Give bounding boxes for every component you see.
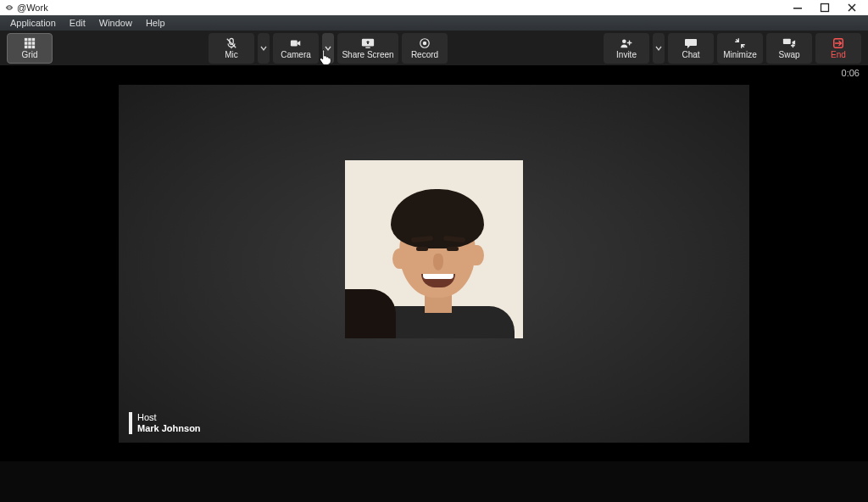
svg-rect-1 [793, 8, 802, 9]
meeting-timer: 0:06 [842, 68, 860, 78]
window-maximize-button[interactable] [819, 2, 831, 14]
video-stage[interactable]: Host Mark Johnson [119, 85, 749, 443]
svg-rect-3 [25, 37, 28, 41]
svg-point-18 [622, 39, 626, 43]
bottom-bar [0, 461, 868, 502]
chat-button[interactable]: Chat [668, 33, 714, 64]
mic-options-caret[interactable] [258, 33, 270, 64]
end-button[interactable]: End [815, 33, 861, 64]
window-controls [792, 2, 863, 14]
svg-rect-6 [25, 42, 28, 45]
invite-button[interactable]: Invite [604, 33, 649, 64]
record-icon [418, 37, 431, 49]
record-button[interactable]: Record [402, 33, 448, 64]
record-label: Record [411, 50, 438, 59]
svg-rect-15 [365, 47, 370, 47]
grid-label: Grid [22, 50, 38, 59]
end-label: End [831, 50, 846, 59]
svg-point-0 [8, 7, 10, 8]
svg-rect-13 [291, 40, 298, 46]
menubar: Application Edit Window Help [0, 15, 868, 31]
toolbar-center-group: Mic Camera Share Screen Record [209, 33, 448, 64]
mic-muted-icon [225, 37, 238, 49]
menu-help[interactable]: Help [139, 18, 172, 28]
camera-icon [289, 37, 303, 49]
svg-rect-2 [821, 4, 829, 12]
menu-application[interactable]: Application [3, 18, 63, 28]
name-tag-bar [129, 412, 132, 434]
share-screen-icon [361, 37, 375, 49]
chat-label: Chat [682, 50, 699, 59]
participant-name: Mark Johnson [137, 423, 201, 434]
svg-rect-7 [28, 42, 31, 45]
camera-label: Camera [281, 50, 311, 59]
end-icon [832, 37, 845, 49]
swap-icon [782, 37, 796, 49]
mic-button[interactable]: Mic [209, 33, 254, 64]
svg-rect-10 [28, 45, 31, 48]
camera-button[interactable]: Camera [273, 33, 319, 64]
svg-rect-9 [25, 45, 28, 48]
swap-label: Swap [778, 50, 799, 59]
meeting-content: 0:06 Host Mark Johnson [0, 66, 868, 461]
svg-point-17 [423, 41, 427, 45]
svg-rect-8 [32, 42, 36, 45]
camera-options-caret[interactable] [322, 33, 334, 64]
menu-edit[interactable]: Edit [63, 18, 92, 28]
app-icon [5, 3, 14, 12]
window-close-button[interactable] [846, 2, 858, 14]
mic-label: Mic [225, 50, 238, 59]
participant-role: Host [137, 412, 201, 423]
grid-button[interactable]: Grid [7, 33, 53, 64]
participant-video-tile [345, 160, 523, 338]
participant-name-tag: Host Mark Johnson [129, 412, 201, 434]
svg-rect-11 [32, 45, 36, 48]
invite-options-caret[interactable] [653, 33, 665, 64]
swap-button[interactable]: Swap [766, 33, 812, 64]
toolbar-right-group: Invite Chat Minimize Swap [604, 33, 861, 64]
svg-rect-19 [783, 38, 791, 43]
window-minimize-button[interactable] [792, 2, 804, 14]
minimize-label: Minimize [723, 50, 756, 59]
share-screen-button[interactable]: Share Screen [337, 33, 398, 64]
invite-icon [620, 37, 633, 49]
svg-rect-5 [32, 37, 36, 41]
toolbar: Grid Mic Camera Share Screen [0, 31, 868, 66]
menu-window[interactable]: Window [92, 18, 139, 28]
grid-icon [23, 37, 36, 49]
minimize-button[interactable]: Minimize [717, 33, 763, 64]
minimize-icon [733, 37, 747, 49]
svg-rect-4 [28, 37, 31, 41]
share-screen-label: Share Screen [342, 50, 393, 59]
toolbar-left-group: Grid [7, 33, 53, 64]
invite-label: Invite [616, 50, 637, 59]
chat-icon [684, 37, 698, 49]
titlebar: @Work [0, 0, 868, 15]
window-title: @Work [17, 3, 48, 13]
